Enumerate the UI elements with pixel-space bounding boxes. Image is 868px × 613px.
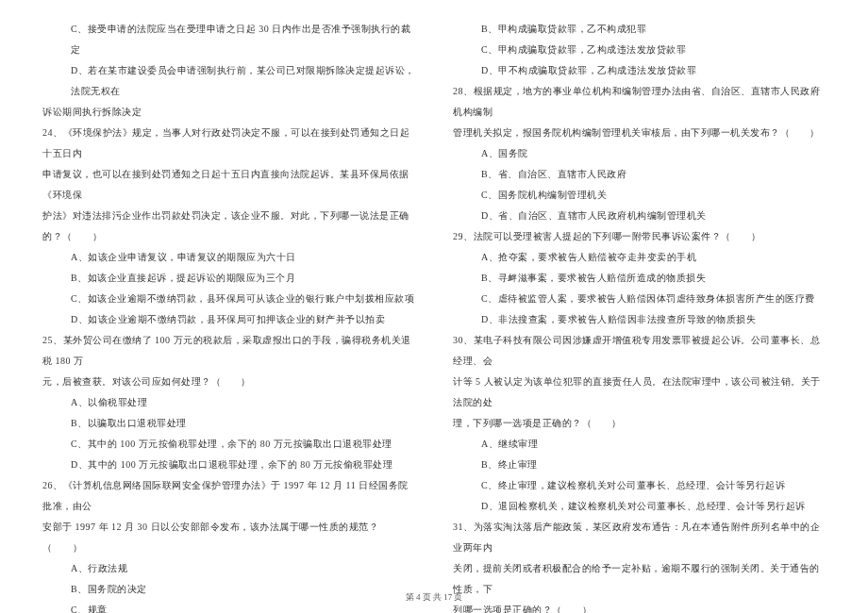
text-line: 25、某外贸公司在缴纳了 100 万元的税款后，采取虚报出口的手段，骗得税务机关… [42,330,415,372]
text-line: B、寻衅滋事案，要求被告人赔偿所造成的物质损失 [453,268,826,289]
page-content: C、接受申请的法院应当在受理申请之日起 30 日内作出是否准予强制执行的裁定D、… [0,0,868,613]
text-line: 护法》对违法排污企业作出罚款处罚决定，该企业不服。对此，下列哪一说法是正确的？（… [42,206,415,247]
text-line: 元，后被查获。对该公司应如何处理？（ ） [42,372,415,392]
text-line: 理，下列哪一选项是正确的？（ ） [453,413,826,434]
text-line: C、终止审理，建议检察机关对公司董事长、总经理、会计等另行起诉 [453,475,826,496]
text-line: 申请复议，也可以在接到处罚通知之日起十五日内直接向法院起诉。某县环保局依据《环境… [42,164,415,206]
text-line: A、如该企业申请复议，申请复议的期限应为六十日 [42,247,415,268]
text-line: B、甲构成骗取贷款罪，乙不构成犯罪 [453,19,826,40]
text-line: C、甲构成骗取贷款罪，乙构成违法发放贷款罪 [453,40,826,60]
text-line: 计等 5 人被认定为该单位犯罪的直接责任人员。在法院审理中，该公司被注销。关于法… [453,372,826,413]
text-line: A、继续审理 [453,434,826,455]
text-line: C、如该企业逾期不缴纳罚款，县环保局可从该企业的银行账户中划拨相应款项 [42,289,415,309]
text-line: A、以偷税罪处理 [42,392,415,413]
text-line: A、行政法规 [42,558,415,579]
text-line: C、接受申请的法院应当在受理申请之日起 30 日内作出是否准予强制执行的裁定 [42,19,415,60]
text-line: 26、《计算机信息网络国际联网安全保护管理办法》于 1997 年 12 月 11… [42,475,415,517]
text-line: 管理机关拟定，报国务院机构编制管理机关审核后，由下列哪一机关发布？（ ） [453,123,826,143]
text-line: B、省、自治区、直辖市人民政府 [453,164,826,185]
text-line: 31、为落实淘汰落后产能政策，某区政府发布通告：凡在本通告附件所列名单中的企业两… [453,517,826,558]
text-line: A、国务院 [453,143,826,164]
text-line: 29、法院可以受理被害人提起的下列哪一附带民事诉讼案件？（ ） [453,226,826,247]
left-column: C、接受申请的法院应当在受理申请之日起 30 日内作出是否准予强制执行的裁定D、… [28,19,434,613]
text-line: 30、某电子科技有限公司因涉嫌虚开增值税专用发票罪被提起公诉。公司董事长、总经理… [453,330,826,372]
text-line: B、如该企业直接起诉，提起诉讼的期限应为三个月 [42,268,415,289]
text-line: D、若在某市建设委员会申请强制执行前，某公司已对限期拆除决定提起诉讼，法院无权在 [42,60,415,102]
text-line: C、其中的 100 万元按偷税罪处理，余下的 80 万元按骗取出口退税罪处理 [42,434,415,455]
text-line: C、国务院机构编制管理机关 [453,185,826,206]
right-column: B、甲构成骗取贷款罪，乙不构成犯罪C、甲构成骗取贷款罪，乙构成违法发放贷款罪D、… [434,19,840,613]
text-line: D、省、自治区、直辖市人民政府机构编制管理机关 [453,206,826,226]
text-line: D、如该企业逾期不缴纳罚款，县环保局可扣押该企业的财产并予以拍卖 [42,309,415,330]
text-line: D、非法搜查案，要求被告人赔偿因非法搜查所导致的物质损失 [453,309,826,330]
text-line: 安部于 1997 年 12 月 30 日以公安部部令发布，该办法属于哪一性质的规… [42,517,415,558]
text-line: A、抢夺案，要求被告人赔偿被夺走并变卖的手机 [453,247,826,268]
text-line: B、以骗取出口退税罪处理 [42,413,415,434]
text-line: D、退回检察机关，建议检察机关对公司董事长、总经理、会计等另行起诉 [453,496,826,517]
text-line: 24、《环境保护法》规定，当事人对行政处罚决定不服，可以在接到处罚通知之日起十五… [42,123,415,164]
text-line: D、甲不构成骗取贷款罪，乙构成违法发放贷款罪 [453,60,826,81]
text-line: C、虐待被监管人案，要求被告人赔偿因体罚虐待致身体损害所产生的医疗费 [453,289,826,309]
text-line: B、终止审理 [453,455,826,475]
text-line: D、其中的 100 万元按骗取出口退税罪处理，余下的 80 万元按偷税罪处理 [42,455,415,475]
text-line: 28、根据规定，地方的事业单位机构和编制管理办法由省、自治区、直辖市人民政府机构… [453,81,826,123]
page-footer: 第 4 页 共 17 页 [0,591,868,604]
text-line: 诉讼期间执行拆除决定 [42,102,415,123]
